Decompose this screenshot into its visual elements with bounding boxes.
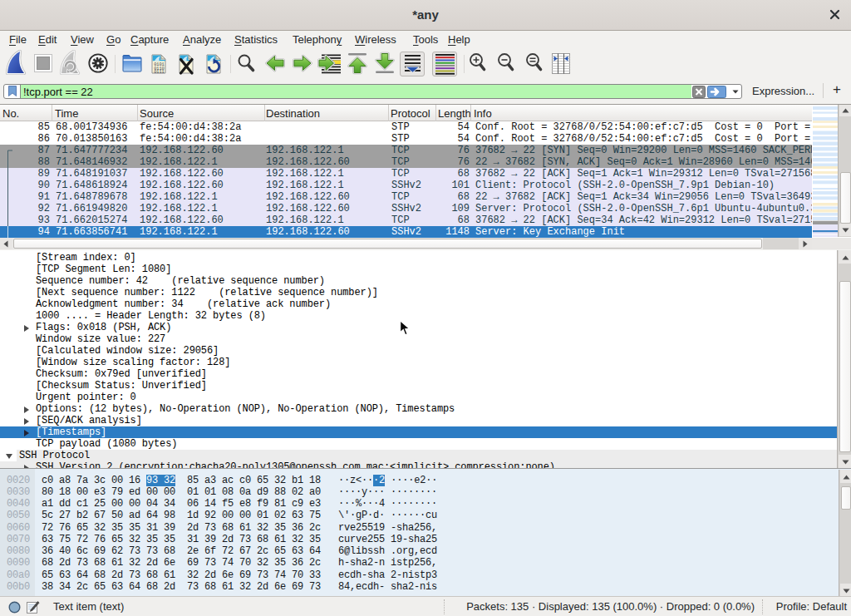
svg-text:0111: 0111 bbox=[154, 70, 164, 75]
